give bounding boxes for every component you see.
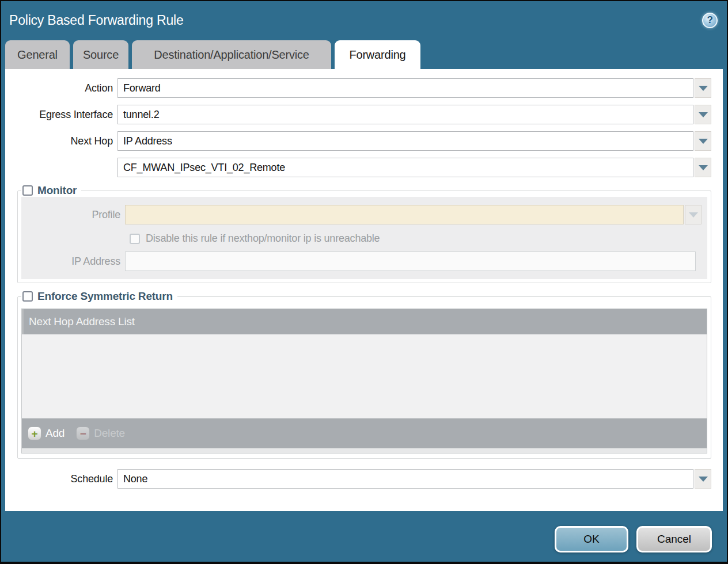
egress-interface-dropdown-button[interactable] bbox=[695, 105, 711, 124]
action-row: Action bbox=[14, 78, 711, 98]
schedule-dropdown-button[interactable] bbox=[695, 469, 711, 489]
next-hop-table-body bbox=[22, 334, 707, 418]
next-hop-table-header-label: Next Hop Address List bbox=[29, 315, 135, 328]
monitor-ip-input bbox=[125, 251, 696, 271]
chevron-down-icon bbox=[699, 112, 708, 117]
tab-destination-application-service[interactable]: Destination/Application/Service bbox=[132, 40, 331, 69]
chevron-down-icon bbox=[689, 212, 698, 218]
disable-rule-label: Disable this rule if nexthop/monitor ip … bbox=[146, 233, 380, 245]
add-button[interactable]: + Add bbox=[28, 426, 65, 440]
action-dropdown-button[interactable] bbox=[695, 78, 711, 98]
chevron-down-icon bbox=[699, 139, 708, 144]
next-hop-address-dropdown-button[interactable] bbox=[695, 158, 711, 177]
profile-row: Profile bbox=[27, 205, 702, 224]
profile-dropdown-button bbox=[685, 205, 702, 224]
help-icon-glyph: ? bbox=[707, 14, 712, 26]
next-hop-row: Next Hop bbox=[14, 131, 711, 151]
delete-button: − Delete bbox=[76, 426, 125, 440]
profile-label: Profile bbox=[27, 209, 125, 221]
profile-select bbox=[125, 205, 684, 224]
egress-interface-select[interactable] bbox=[117, 105, 693, 124]
monitor-ip-label: IP Address bbox=[27, 256, 125, 268]
next-hop-type-select[interactable] bbox=[117, 131, 693, 151]
dialog-title: Policy Based Forwarding Rule bbox=[9, 13, 184, 28]
monitor-group: Monitor Profile Disable this rule if nex… bbox=[17, 184, 711, 283]
delete-minus-icon: − bbox=[76, 426, 90, 440]
add-button-label: Add bbox=[46, 427, 65, 440]
enforce-legend: Enforce Symmetric Return bbox=[21, 290, 177, 303]
monitor-panel: Profile Disable this rule if nexthop/mon… bbox=[21, 197, 707, 279]
monitor-ip-fieldwrap bbox=[125, 251, 702, 271]
tab-forwarding[interactable]: Forwarding bbox=[335, 40, 420, 69]
enforce-symmetric-return-group: Enforce Symmetric Return Next Hop Addres… bbox=[17, 290, 711, 459]
disable-rule-checkbox bbox=[130, 234, 140, 244]
tab-bar: General Source Destination/Application/S… bbox=[1, 39, 727, 69]
next-hop-dropdown-button[interactable] bbox=[695, 131, 711, 151]
monitor-legend-label: Monitor bbox=[37, 184, 77, 197]
add-plus-icon: + bbox=[28, 426, 41, 440]
delete-button-label: Delete bbox=[94, 427, 125, 440]
chevron-down-icon bbox=[699, 86, 708, 91]
schedule-fieldwrap bbox=[117, 469, 711, 489]
schedule-select[interactable] bbox=[117, 469, 693, 489]
tab-general[interactable]: General bbox=[5, 40, 70, 69]
disable-rule-row: Disable this rule if nexthop/monitor ip … bbox=[27, 233, 702, 245]
monitor-ip-row: IP Address bbox=[27, 251, 702, 271]
chevron-down-icon bbox=[699, 477, 708, 482]
tab-source[interactable]: Source bbox=[73, 40, 128, 69]
next-hop-address-table: Next Hop Address List + Add − Delete bbox=[21, 308, 707, 454]
action-label: Action bbox=[14, 82, 117, 94]
enforce-symmetric-return-checkbox[interactable] bbox=[22, 291, 33, 302]
help-icon[interactable]: ? bbox=[702, 13, 718, 28]
enforce-legend-label: Enforce Symmetric Return bbox=[37, 290, 173, 303]
dialog-titlebar: Policy Based Forwarding Rule ? bbox=[1, 1, 727, 39]
chevron-down-icon bbox=[699, 165, 708, 170]
action-select[interactable] bbox=[117, 78, 693, 98]
schedule-row: Schedule bbox=[14, 469, 711, 489]
egress-interface-row: Egress Interface bbox=[14, 105, 711, 124]
pbf-rule-dialog: Policy Based Forwarding Rule ? General S… bbox=[0, 0, 728, 564]
profile-fieldwrap bbox=[125, 205, 702, 224]
next-hop-address-fieldwrap bbox=[117, 158, 711, 177]
monitor-legend: Monitor bbox=[21, 184, 81, 197]
egress-interface-label: Egress Interface bbox=[14, 109, 117, 121]
schedule-label: Schedule bbox=[14, 473, 117, 485]
next-hop-address-select[interactable] bbox=[117, 158, 693, 177]
next-hop-fieldwrap bbox=[117, 131, 711, 151]
next-hop-address-row bbox=[14, 158, 711, 177]
next-hop-label: Next Hop bbox=[14, 135, 117, 147]
table-bottom-strip bbox=[22, 448, 707, 453]
ok-button[interactable]: OK bbox=[555, 526, 628, 552]
next-hop-table-toolbar: + Add − Delete bbox=[22, 418, 707, 448]
cancel-button[interactable]: Cancel bbox=[636, 526, 712, 552]
forwarding-tab-panel: Action Egress Interface Next Hop bbox=[5, 69, 723, 511]
egress-interface-fieldwrap bbox=[117, 105, 711, 124]
action-fieldwrap bbox=[117, 78, 711, 98]
monitor-checkbox[interactable] bbox=[22, 185, 33, 196]
dialog-footer: OK Cancel bbox=[1, 511, 727, 562]
next-hop-table-header: Next Hop Address List bbox=[22, 309, 707, 334]
